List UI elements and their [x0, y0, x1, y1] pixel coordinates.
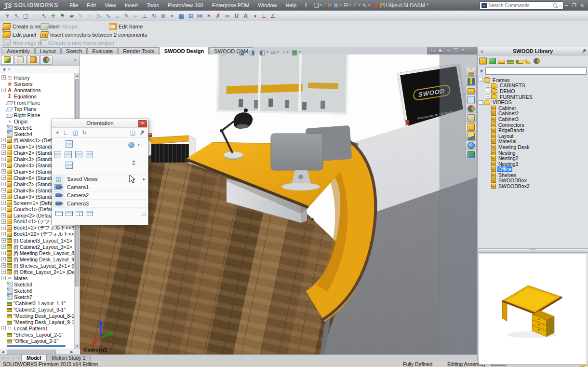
dropdown-caret-icon[interactable]: ▾ — [340, 3, 342, 7]
swood-panel-icon[interactable] — [498, 60, 505, 64]
search-scope-icon[interactable]: » — [481, 3, 487, 8]
menu-item[interactable]: Help — [281, 2, 301, 8]
close-icon[interactable]: ✕ — [462, 48, 466, 53]
library-tree-item[interactable]: Nesting — [479, 150, 588, 156]
library-tree-item[interactable]: Connectors — [479, 122, 588, 128]
update-views-icon[interactable]: ↻ — [82, 129, 87, 136]
exploded-view-icon[interactable]: ✶ — [204, 13, 214, 19]
dropdown-caret-icon[interactable]: ▾ — [138, 143, 140, 147]
dropdown-caret-icon[interactable]: ▾ — [330, 3, 332, 7]
hide-show-icon[interactable]: ∞ — [271, 49, 276, 56]
save-icon[interactable]: ▣ — [334, 2, 339, 9]
feature-tree-item[interactable]: Right Plane — [0, 112, 75, 118]
feature-tree-item[interactable]: Front Plane — [0, 99, 75, 106]
feature-tree-item[interactable]: + Mates — [0, 275, 75, 281]
tree-expander[interactable]: + — [486, 83, 490, 88]
tree-expander[interactable]: + — [1, 144, 6, 149]
tree-expander[interactable]: - — [479, 100, 483, 105]
print-icon[interactable]: ⊟ — [344, 2, 348, 9]
filter-icon[interactable]: ▼ — [479, 68, 484, 74]
tree-expander[interactable]: + — [1, 326, 6, 330]
isometric-view-icon[interactable] — [128, 142, 134, 148]
select-tool-icon[interactable]: ↖ — [12, 13, 21, 19]
select-box-icon[interactable]: ▢ — [21, 13, 30, 19]
select-cursor-icon[interactable]: ↖ — [40, 13, 49, 19]
swood-frames-icon[interactable] — [480, 58, 487, 64]
ribbon-tab[interactable]: SWOOD Design — [160, 47, 209, 54]
ribbon-tab[interactable]: Sketch — [61, 47, 87, 54]
curve-icon[interactable]: U — [232, 13, 241, 19]
menu-item[interactable]: Enterprise PDM — [208, 2, 254, 8]
tab-motion-study[interactable]: Motion Study 1 — [46, 355, 91, 361]
flag-icon[interactable]: ⚑ — [58, 13, 67, 19]
dropdown-caret-icon[interactable]: ▾ — [349, 3, 351, 7]
view-selector-icon[interactable]: ◫ — [130, 129, 135, 136]
viewport-two-vertical-icon[interactable] — [76, 211, 83, 216]
new-component-icon[interactable]: ▰ — [67, 13, 76, 19]
swood-panel-green-icon[interactable] — [507, 60, 514, 64]
view-top-icon[interactable] — [66, 140, 73, 148]
camera-row[interactable]: Camera1 — [52, 183, 148, 191]
tree-expander[interactable]: + — [1, 257, 6, 261]
library-tree-item[interactable]: Cabinet2 — [479, 111, 588, 117]
feature-tree-item[interactable]: "Meeting Desk_Layout_8-1" — [0, 313, 75, 319]
angle-icon[interactable]: ∠ — [268, 13, 278, 19]
library-tree-item[interactable]: Nesting3 — [479, 161, 588, 167]
pin-panel-icon[interactable] — [580, 47, 587, 55]
menu-item[interactable]: Insert — [120, 2, 143, 8]
swood-panel-green2-icon[interactable] — [516, 60, 523, 64]
restore-icon[interactable]: ❐ — [454, 48, 457, 53]
tab-property-manager[interactable] — [14, 55, 27, 65]
appearances-icon[interactable]: ◔ — [282, 49, 286, 56]
tab-model[interactable]: Model — [21, 355, 46, 361]
menu-item[interactable]: File — [65, 2, 82, 8]
minimize-icon[interactable]: ─ — [565, 3, 568, 8]
pin-dialog-icon[interactable] — [138, 129, 145, 136]
camera-row[interactable]: Camera2 — [52, 191, 148, 200]
feature-tree-item[interactable]: "Shelves_Layout_2-1" — [0, 331, 75, 338]
tab-display-manager[interactable] — [40, 55, 53, 65]
feature-tree-item[interactable]: + Book1<2> (デフォルト<<デフォルト> — [0, 225, 75, 231]
tree-expander[interactable]: + — [1, 88, 6, 92]
line-icon[interactable]: ▷ — [94, 13, 104, 19]
open-icon[interactable]: ❒ — [324, 2, 329, 9]
feature-tree-item[interactable]: Sketch7 — [0, 294, 75, 300]
feature-tree-item[interactable]: + History — [0, 74, 75, 81]
tree-expander[interactable]: + — [1, 263, 6, 268]
minimize-icon[interactable]: ─ — [447, 48, 450, 53]
tree-expander[interactable]: + — [1, 270, 6, 274]
help-caret-icon[interactable]: ▾ — [559, 3, 561, 8]
filter-icon[interactable]: ▼ — [2, 67, 7, 72]
tree-expander[interactable]: + — [1, 163, 6, 167]
gear-icon[interactable]: ⊛ — [159, 13, 168, 19]
edit-frame-button[interactable]: Edit frame — [109, 23, 143, 30]
view-back-icon[interactable] — [86, 151, 93, 158]
pattern-icon[interactable]: ⊞ — [186, 13, 195, 19]
viewport-single-icon[interactable] — [55, 211, 63, 216]
library-tree-item[interactable]: Cabinet3 — [479, 116, 588, 122]
restore-icon[interactable]: ❐ — [572, 3, 576, 8]
dropdown-caret-icon[interactable]: ▾ — [287, 50, 289, 54]
library-tree-item[interactable]: Layout — [479, 133, 588, 139]
normal-to-icon[interactable]: ∟ — [63, 129, 69, 136]
section-view-icon[interactable]: ◪ — [239, 49, 244, 56]
tree-expander[interactable]: + — [486, 95, 490, 99]
zoom-area-icon[interactable]: ◌ — [231, 49, 235, 56]
glasses-icon[interactable]: ∞ — [223, 13, 232, 19]
tree-expander[interactable]: + — [1, 251, 6, 255]
tree-expander[interactable]: + — [1, 245, 6, 249]
tree-expander[interactable]: + — [1, 219, 6, 224]
text-icon[interactable]: A — [241, 13, 250, 19]
scene-icon[interactable]: ▦ — [292, 49, 297, 56]
pin-menu-icon[interactable]: ✎ — [302, 1, 309, 9]
feature-tree-item[interactable]: Equations — [0, 93, 75, 99]
feature-tree-item[interactable]: + (f) Meeting Desk_Layout_9<1> (D — [0, 256, 75, 262]
library-tree-item[interactable]: SWOODBox2 — [479, 183, 588, 189]
library-tree-item[interactable]: - Frames — [479, 77, 588, 83]
camera-row[interactable]: Camera3 — [52, 200, 148, 208]
feature-tree-item[interactable]: + (f) Meeting Desk_Layout_8<1> (D — [0, 250, 75, 256]
tree-expander[interactable]: + — [1, 213, 6, 217]
dimension-icon[interactable]: ↔ — [113, 13, 122, 19]
library-tree-item[interactable]: Shelves — [479, 172, 588, 178]
sheet-next-icon[interactable]: › — [11, 356, 16, 360]
